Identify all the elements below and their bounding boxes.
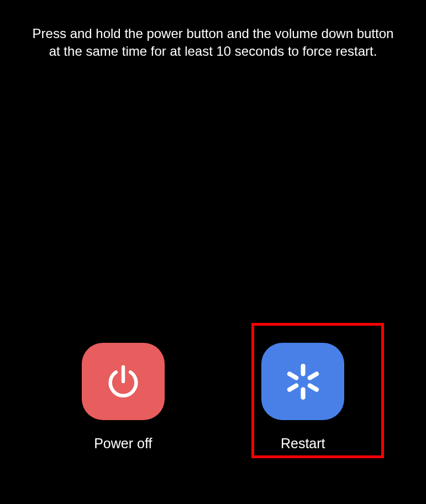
svg-line-3 — [310, 385, 317, 389]
power-icon — [104, 362, 143, 401]
instruction-text: Press and hold the power button and the … — [0, 25, 426, 61]
svg-line-5 — [310, 374, 317, 378]
power-off-group: Power off — [82, 343, 165, 452]
restart-group: Restart — [261, 343, 344, 452]
power-menu-buttons: Power off Restart — [0, 343, 426, 452]
restart-button[interactable] — [261, 343, 344, 420]
power-off-button[interactable] — [82, 343, 165, 420]
restart-spinner-icon — [280, 358, 327, 405]
svg-line-2 — [290, 374, 296, 378]
svg-line-4 — [290, 385, 296, 389]
power-off-label: Power off — [94, 436, 152, 452]
restart-label: Restart — [281, 436, 325, 452]
